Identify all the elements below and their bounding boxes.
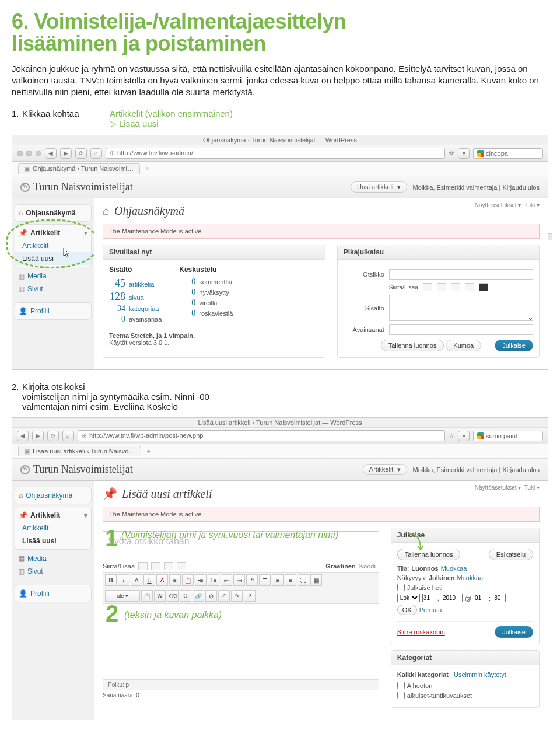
site-name[interactable]: Turun Naisvoimistelijat xyxy=(33,463,133,476)
publish-immediate-checkbox[interactable] xyxy=(397,584,405,591)
url-input[interactable]: ⊕http://www.tnv.fi/wp-admin/post-new.php xyxy=(78,430,445,441)
forward-button[interactable]: ▶ xyxy=(32,431,44,441)
link-icon[interactable]: 🔗 xyxy=(192,590,204,602)
url-input[interactable]: ⊕http://www.tnv.fi/wp-admin/ xyxy=(106,148,445,159)
screen-options[interactable]: Näyttöasetukset ▾ Tuki ▾ xyxy=(475,484,540,491)
align-left-icon[interactable]: ≡ xyxy=(169,574,181,586)
save-draft-button[interactable]: Tallenna luonnos xyxy=(381,340,444,351)
help-icon[interactable]: ? xyxy=(244,590,256,602)
new-post-button[interactable]: Artikkelit ▾ xyxy=(363,464,407,475)
new-tab-icon[interactable]: + xyxy=(145,165,149,172)
qp-title-input[interactable] xyxy=(389,269,533,280)
strike-icon[interactable]: A xyxy=(131,574,142,586)
upload-generic-icon[interactable] xyxy=(479,283,488,291)
upload-media-icon[interactable] xyxy=(177,562,186,570)
search-input[interactable]: cincopa xyxy=(473,148,543,159)
qp-tags-input[interactable] xyxy=(389,324,533,335)
day-input[interactable] xyxy=(422,594,435,602)
new-post-button[interactable]: Uusi artikkeli ▾ xyxy=(351,181,407,193)
align-left-icon[interactable]: ≣ xyxy=(259,574,271,586)
trash-link[interactable]: Siirrä roskakoriin xyxy=(397,629,445,636)
align-center-icon[interactable]: ≡ xyxy=(272,574,284,586)
align-right-icon[interactable]: ≡ xyxy=(285,574,296,586)
sidebar-item-profile[interactable]: 👤Profiili xyxy=(15,305,91,317)
bookmark-icon[interactable]: ☆ xyxy=(449,149,454,157)
screen-options[interactable]: Näyttöasetukset ▾ Tuki ▾ xyxy=(475,202,540,208)
cancel-link[interactable]: Peruuta xyxy=(419,606,442,613)
publish-button[interactable]: Julkaise xyxy=(495,340,533,351)
back-button[interactable]: ◀ xyxy=(45,148,57,159)
back-button[interactable]: ◀ xyxy=(17,431,29,441)
sidebar-item-pages[interactable]: ▥Sivut xyxy=(15,565,92,578)
indent-icon[interactable]: ⇥ xyxy=(233,574,245,586)
tab-all-categories[interactable]: Kaikki kategoriat xyxy=(397,671,449,678)
upload-video-icon[interactable] xyxy=(151,562,160,570)
paste-text-icon[interactable]: 📋 xyxy=(141,590,153,602)
upload-media-icon[interactable] xyxy=(465,283,474,291)
ol-icon[interactable]: 1≡ xyxy=(208,574,219,586)
edit-link[interactable]: Muokkaa xyxy=(457,574,484,581)
reload-button[interactable]: ⟳ xyxy=(75,148,87,159)
tab-visual[interactable]: Graafinen xyxy=(326,563,355,570)
sidebar-item-articles[interactable]: 📌Artikkelit▾ xyxy=(15,509,91,522)
quote-icon[interactable]: ❝ xyxy=(246,574,258,586)
sidebar-subitem-add-new[interactable]: Lisää uusi xyxy=(15,535,91,547)
sidebar-item-articles[interactable]: 📌Artikkelit▾ xyxy=(15,226,91,239)
outdent-icon[interactable]: ⇤ xyxy=(220,574,232,586)
fullscreen-icon[interactable]: ⛶ xyxy=(298,574,309,586)
edit-link[interactable]: Muokkaa xyxy=(441,565,467,572)
bookmark-icon[interactable]: ☆ xyxy=(449,432,454,439)
ok-button[interactable]: OK xyxy=(397,605,417,615)
search-input[interactable]: sumo paint xyxy=(473,431,543,441)
user-greeting[interactable]: Moikka, Esimerkki valmentaja | Kirjaudu … xyxy=(413,184,540,191)
minute-input[interactable] xyxy=(493,594,506,602)
forward-button[interactable]: ▶ xyxy=(60,148,72,159)
category-checkbox[interactable] xyxy=(397,692,405,699)
paste-word-icon[interactable]: W xyxy=(154,590,166,602)
hour-input[interactable] xyxy=(474,594,487,602)
tab-most-used[interactable]: Useimmin käytetyt xyxy=(454,671,506,678)
stat-label[interactable]: kategoriaa xyxy=(129,305,159,312)
upload-image-icon[interactable] xyxy=(138,562,148,570)
upload-image-icon[interactable] xyxy=(423,283,432,291)
sidebar-item-media[interactable]: ▦Media xyxy=(15,552,92,565)
paste-icon[interactable]: 📋 xyxy=(182,574,194,586)
italic-icon[interactable]: I xyxy=(118,574,130,586)
stat-label[interactable]: artikkelia xyxy=(129,281,154,288)
reset-button[interactable]: Kumoa xyxy=(446,340,481,351)
publish-button[interactable]: Julkaise xyxy=(495,626,533,638)
sidebar-subitem-add-new[interactable]: Lisää uusi xyxy=(15,252,91,265)
unlink-icon[interactable]: ⊘ xyxy=(205,590,217,602)
site-name[interactable]: Turun Naisvoimistelijat xyxy=(33,181,133,193)
upload-video-icon[interactable] xyxy=(437,283,446,291)
new-tab-icon[interactable]: + xyxy=(147,448,150,455)
category-checkbox[interactable] xyxy=(397,682,405,689)
save-draft-button[interactable]: Tallenna luonnos xyxy=(397,549,461,560)
char-icon[interactable]: Ω xyxy=(180,590,191,602)
sidebar-item-pages[interactable]: ▥Sivut xyxy=(15,282,92,295)
undo-icon[interactable]: ↶ xyxy=(218,590,230,602)
qp-content-input[interactable] xyxy=(389,295,533,321)
home-button[interactable]: ⌂ xyxy=(62,431,74,441)
bold-icon[interactable]: B xyxy=(105,574,117,586)
preview-button[interactable]: Esikatselu xyxy=(489,549,533,560)
dropdown-icon[interactable]: ▾ xyxy=(458,148,470,159)
tab-html[interactable]: Koodi xyxy=(359,563,376,570)
user-greeting[interactable]: Moikka, Esimerkki valmentaja | Kirjaudu … xyxy=(413,466,540,473)
underline-icon[interactable]: U xyxy=(144,574,155,586)
browser-tab[interactable]: ▣Ohjausnäkymä ‹ Turun Naisvoimi… xyxy=(18,163,140,174)
clear-format-icon[interactable]: ⌫ xyxy=(167,590,178,602)
ul-icon[interactable]: •≡ xyxy=(195,574,206,586)
sidebar-subitem-articles[interactable]: Artikkelit xyxy=(15,239,91,252)
reload-button[interactable]: ⟳ xyxy=(47,431,59,441)
format-select[interactable]: ale ▾ xyxy=(105,590,140,602)
text-color-icon[interactable]: A xyxy=(156,574,168,586)
upload-audio-icon[interactable] xyxy=(164,562,173,570)
sidebar-subitem-articles[interactable]: Artikkelit xyxy=(15,522,91,535)
year-input[interactable] xyxy=(442,594,463,602)
sidebar-item-dashboard[interactable]: ⌂Ohjausnäkymä xyxy=(15,207,91,219)
sidebar-item-profile[interactable]: 👤Profiili xyxy=(15,587,91,600)
browser-tab[interactable]: ▣Lisää uusi artikkeli ‹ Turun Naisvo… xyxy=(18,446,141,456)
more-icon[interactable]: ▦ xyxy=(310,574,322,586)
month-select[interactable]: Lok xyxy=(397,594,420,602)
